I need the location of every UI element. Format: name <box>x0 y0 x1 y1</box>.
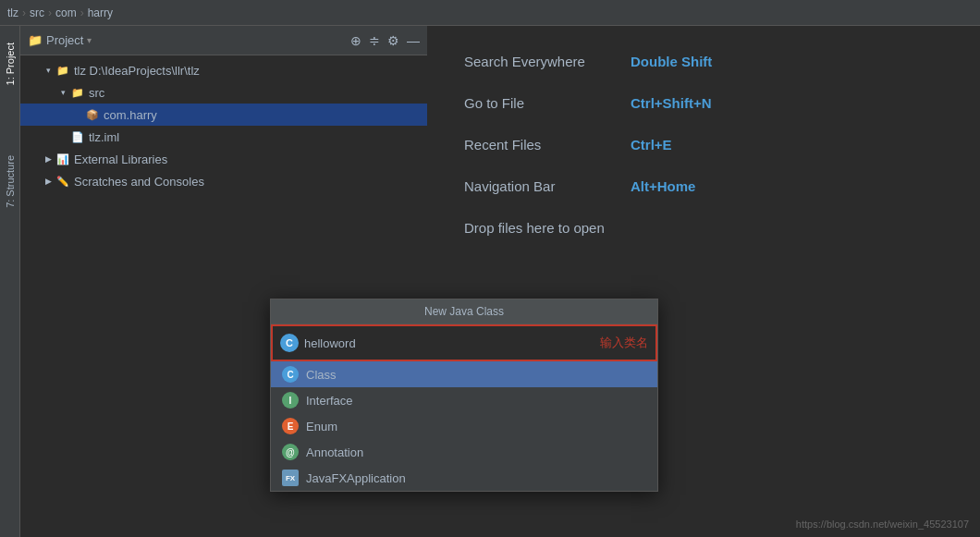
search-everywhere-label: Search Everywhere <box>464 54 631 69</box>
collapse-all-icon[interactable]: ≑ <box>369 33 380 48</box>
search-everywhere-row: Search Everywhere Double Shift <box>464 54 943 69</box>
new-java-class-dialog: New Java Class C 输入类名 C Class I Interfac… <box>270 299 658 492</box>
class-type-icon: C <box>282 366 299 383</box>
main-content: 📁 Project ▾ ⊕ ≑ ⚙ — ▾ 📁 tlz D:\IdeaProje… <box>20 26 980 537</box>
drop-files-label: Drop files here to open <box>464 220 943 236</box>
interface-type-icon: I <box>282 392 299 409</box>
navigation-bar-key: Alt+Home <box>631 178 695 194</box>
tree-item-external-libs[interactable]: ▶ 📊 External Libraries <box>20 148 427 170</box>
tree-item-label: com.harry <box>104 108 157 122</box>
list-item-annotation[interactable]: @ Annotation <box>271 439 657 465</box>
list-item-interface[interactable]: I Interface <box>271 387 657 413</box>
class-name-input[interactable] <box>304 336 591 350</box>
list-item-javafx[interactable]: FX JavaFXApplication <box>271 465 657 491</box>
settings-icon[interactable]: ⚙ <box>387 33 399 48</box>
breadcrumb-item[interactable]: harry <box>88 6 113 19</box>
breadcrumb: tlz › src › com › harry <box>0 0 980 26</box>
list-item-label: Enum <box>306 420 337 433</box>
list-item-label: JavaFXApplication <box>306 471 406 485</box>
list-item-class[interactable]: C Class <box>271 361 657 387</box>
tree-item-label: Scratches and Consoles <box>74 175 204 189</box>
go-to-file-label: Go to File <box>464 95 631 111</box>
breadcrumb-item[interactable]: com <box>55 6 77 19</box>
spacer <box>57 131 68 142</box>
tree-item-tlz[interactable]: ▾ 📁 tlz D:\IdeaProjects\llr\tlz <box>20 59 427 81</box>
breadcrumb-item[interactable]: src <box>30 6 44 19</box>
tree-item-label: External Libraries <box>74 153 167 166</box>
recent-files-label: Recent Files <box>464 137 631 153</box>
recent-files-key: Ctrl+E <box>631 137 672 153</box>
tree-item-tlz-iml[interactable]: 📄 tlz.iml <box>20 126 427 148</box>
libraries-icon: 📊 <box>55 152 70 166</box>
expand-arrow: ▶ <box>43 176 54 187</box>
annotation-type-icon: @ <box>282 444 299 460</box>
tree-item-src[interactable]: ▾ 📁 src <box>20 81 427 104</box>
footer-url: https://blog.csdn.net/weixin_45523107 <box>796 519 969 530</box>
tree-item-com-harry[interactable]: 📦 com.harry <box>20 104 427 126</box>
panel-title-label: Project <box>46 33 83 47</box>
recent-files-row: Recent Files Ctrl+E <box>464 137 943 153</box>
left-tab-strip: 1: Project 7: Structure <box>0 26 20 537</box>
package-folder-icon: 📦 <box>85 107 100 122</box>
tree-item-label: src <box>89 86 104 100</box>
breadcrumb-item[interactable]: tlz <box>7 6 18 19</box>
folder-icon: 📁 <box>55 63 70 78</box>
panel-header: 📁 Project ▾ ⊕ ≑ ⚙ — <box>20 26 427 55</box>
expand-arrow: ▾ <box>57 87 68 98</box>
tree-item-label: tlz D:\IdeaProjects\llr\tlz <box>74 64 200 78</box>
expand-arrow: ▾ <box>43 65 54 76</box>
javafx-type-icon: FX <box>282 470 299 486</box>
list-item-label: Interface <box>306 394 353 408</box>
list-item-label: Annotation <box>306 445 363 459</box>
enum-type-icon: E <box>282 418 299 434</box>
expand-arrow: ▶ <box>43 153 54 165</box>
class-icon: C <box>280 334 299 352</box>
locate-icon[interactable]: ⊕ <box>350 33 361 48</box>
tree-item-scratches[interactable]: ▶ ✏️ Scratches and Consoles <box>20 170 427 192</box>
dialog-input-row: C 输入类名 <box>271 324 657 361</box>
iml-file-icon: 📄 <box>70 129 85 144</box>
hide-icon[interactable]: — <box>407 33 420 48</box>
folder-icon: 📁 <box>70 85 85 100</box>
expand-arrow <box>72 109 83 120</box>
structure-tab[interactable]: 7: Structure <box>5 148 16 215</box>
chevron-down-icon[interactable]: ▾ <box>87 35 92 45</box>
list-item-enum[interactable]: E Enum <box>271 413 657 439</box>
tree-item-label: tlz.iml <box>89 130 119 144</box>
dialog-list: C Class I Interface E Enum @ Annotation … <box>271 361 657 491</box>
input-hint: 输入类名 <box>600 335 648 351</box>
go-to-file-key: Ctrl+Shift+N <box>631 95 712 111</box>
panel-title: 📁 Project ▾ <box>28 33 92 47</box>
project-tree: ▾ 📁 tlz D:\IdeaProjects\llr\tlz ▾ 📁 src … <box>20 55 427 196</box>
panel-actions: ⊕ ≑ ⚙ — <box>350 33 420 48</box>
navigation-bar-row: Navigation Bar Alt+Home <box>464 178 943 194</box>
navigation-bar-label: Navigation Bar <box>464 178 631 194</box>
list-item-label: Class <box>306 368 337 382</box>
search-everywhere-key: Double Shift <box>631 54 712 69</box>
go-to-file-row: Go to File Ctrl+Shift+N <box>464 95 943 111</box>
project-tab[interactable]: 1: Project <box>5 35 16 92</box>
scratches-icon: ✏️ <box>55 174 70 189</box>
panel-title-icon: 📁 <box>28 33 43 47</box>
dialog-title: New Java Class <box>271 299 657 324</box>
